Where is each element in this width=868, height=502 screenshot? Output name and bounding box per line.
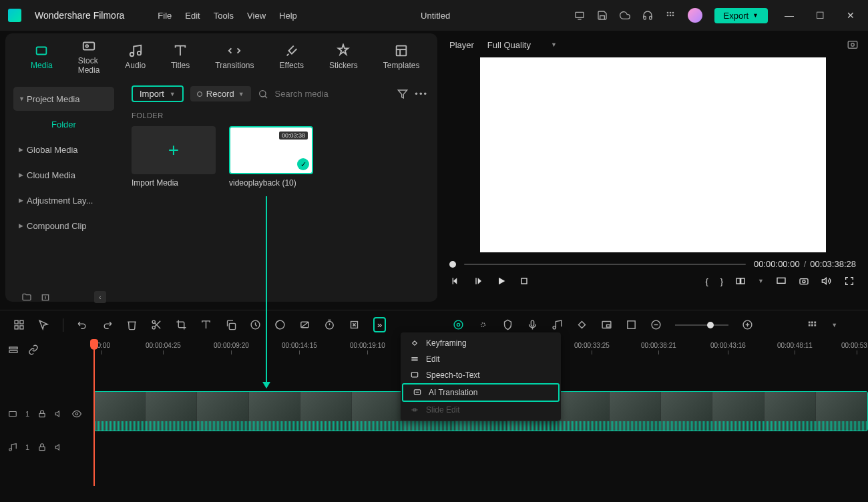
tab-titles[interactable]: Titles (171, 43, 190, 70)
color-icon[interactable] (274, 319, 286, 330)
mute-icon[interactable] (55, 409, 64, 419)
menu-edit[interactable]: Edit (185, 11, 200, 21)
view-mode-icon[interactable] (807, 319, 818, 330)
import-media-tile[interactable]: + Import Media (132, 126, 216, 188)
ctx-ai-translation[interactable]: AI Translation (402, 383, 560, 402)
search-input[interactable] (275, 89, 355, 99)
filter-icon[interactable] (397, 89, 408, 99)
headphones-icon[interactable] (642, 10, 653, 21)
media-item-1[interactable]: 00:03:38 ✓ videoplayback (10) (229, 126, 313, 188)
compare-icon[interactable] (735, 276, 746, 286)
video-preview[interactable] (480, 57, 826, 252)
tab-stickers[interactable]: Stickers (329, 43, 358, 70)
keyframe-icon[interactable] (576, 319, 588, 330)
tab-media[interactable]: Media (31, 43, 53, 70)
svg-point-55 (457, 323, 460, 326)
marker-icon[interactable] (502, 319, 513, 330)
import-button[interactable]: Import▼ (132, 85, 184, 102)
mark-out-icon[interactable]: } (720, 276, 723, 286)
svg-rect-74 (9, 347, 17, 349)
svg-rect-61 (607, 325, 610, 328)
mark-in-icon[interactable]: { (705, 276, 708, 286)
step-back-icon[interactable] (473, 276, 484, 286)
save-icon[interactable] (597, 10, 608, 21)
fullscreen-icon[interactable] (844, 276, 855, 286)
zoom-out-icon[interactable] (650, 319, 662, 330)
zoom-in-icon[interactable] (742, 319, 753, 330)
maximize-button[interactable]: ☐ (811, 10, 829, 21)
audio-mix-icon[interactable] (552, 319, 563, 330)
grid-icon[interactable] (665, 10, 676, 21)
ctx-edit[interactable]: Edit (401, 351, 561, 367)
delete-icon[interactable] (126, 319, 138, 330)
sidebar-adjustment-layer[interactable]: ▶Adjustment Lay... (13, 188, 114, 212)
eye-icon[interactable] (72, 409, 81, 419)
ai-icon[interactable] (453, 319, 464, 330)
svg-rect-77 (39, 413, 45, 417)
tab-stock-media[interactable]: Stock Media (78, 39, 100, 75)
quality-select[interactable]: Full Quality▼ (487, 40, 557, 50)
voiceover-icon[interactable] (527, 319, 538, 330)
camera-icon[interactable] (799, 276, 809, 286)
more-icon[interactable]: ••• (415, 89, 428, 99)
lock-icon[interactable] (37, 409, 47, 419)
layout-icon[interactable] (13, 319, 25, 330)
crop-icon[interactable] (176, 319, 187, 330)
sidebar-folder[interactable]: Folder (13, 112, 114, 136)
display-icon[interactable] (776, 276, 787, 286)
minimize-button[interactable]: ― (780, 10, 799, 21)
render-icon[interactable] (477, 319, 489, 330)
folder-section-label: FOLDER (132, 111, 428, 119)
sidebar-cloud-media[interactable]: ▶Cloud Media (13, 163, 114, 187)
audio-track[interactable] (93, 435, 868, 451)
link-icon[interactable] (28, 344, 39, 355)
menu-help[interactable]: Help (279, 11, 297, 21)
sidebar-project-media[interactable]: ▼Project Media (13, 87, 114, 111)
lock-icon[interactable] (37, 443, 47, 452)
cut-icon[interactable] (151, 319, 162, 330)
text-icon[interactable] (200, 319, 212, 330)
playhead[interactable] (93, 339, 95, 486)
folder-add-icon[interactable] (21, 292, 32, 302)
ctx-keyframing[interactable]: Keyframing (401, 335, 561, 351)
export-button[interactable]: Export▼ (714, 8, 769, 23)
play-icon[interactable] (496, 276, 507, 286)
tab-transitions[interactable]: Transitions (215, 43, 254, 70)
zoom-slider[interactable] (675, 324, 728, 326)
speed-icon[interactable] (250, 319, 261, 330)
menu-view[interactable]: View (247, 11, 266, 21)
tab-templates[interactable]: Templates (383, 43, 420, 70)
collapse-sidebar-button[interactable]: ‹ (94, 291, 106, 303)
mask-icon[interactable] (299, 319, 310, 330)
bin-add-icon[interactable] (40, 292, 51, 302)
record-button[interactable]: Record▼ (190, 86, 251, 101)
fit-icon[interactable] (349, 319, 360, 330)
tab-audio[interactable]: Audio (125, 43, 146, 70)
menu-tools[interactable]: Tools (214, 11, 234, 21)
close-button[interactable]: ✕ (841, 10, 860, 21)
timer-icon[interactable] (324, 319, 335, 330)
pip-icon[interactable] (601, 319, 612, 330)
mute-icon[interactable] (55, 443, 64, 452)
sidebar-compound-clip[interactable]: ▶Compound Clip (13, 214, 114, 238)
cursor-icon[interactable] (38, 319, 49, 330)
snapshot-icon[interactable] (847, 39, 859, 51)
svg-point-12 (137, 51, 141, 55)
volume-icon[interactable] (821, 276, 832, 286)
menu-file[interactable]: File (158, 11, 172, 21)
cloud-icon[interactable] (620, 10, 630, 21)
avatar[interactable] (688, 8, 702, 23)
expand-tools-button[interactable]: » (373, 317, 386, 332)
frame-icon[interactable] (626, 319, 637, 330)
ctx-speech-to-text[interactable]: Speech-to-Text (401, 367, 561, 383)
screen-icon[interactable] (574, 10, 585, 21)
sidebar-global-media[interactable]: ▶Global Media (13, 138, 114, 162)
stop-icon[interactable] (519, 276, 529, 286)
copy-icon[interactable] (225, 319, 236, 330)
redo-icon[interactable] (101, 319, 113, 330)
scrubber[interactable]: 00:00:00:00/00:03:38:28 (447, 252, 859, 276)
prev-frame-icon[interactable] (451, 276, 461, 286)
tab-effects[interactable]: Effects (280, 43, 304, 70)
track-add-icon[interactable] (8, 344, 19, 355)
undo-icon[interactable] (77, 319, 88, 330)
